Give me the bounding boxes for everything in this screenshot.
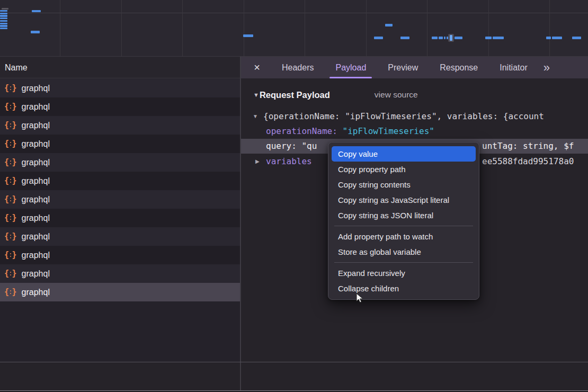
more-tabs-icon[interactable]: » — [544, 61, 548, 75]
view-source-link[interactable]: view source — [375, 90, 418, 100]
overview-gridline — [488, 0, 489, 56]
menu-item-copy-value[interactable]: Copy value — [332, 146, 476, 162]
network-overview-timeline[interactable] — [0, 0, 588, 57]
tab-initiator[interactable]: Initiator — [491, 57, 536, 78]
query-text-left: query: "qu — [266, 139, 317, 154]
request-name: graphql — [22, 84, 50, 93]
request-row[interactable]: {}graphql — [0, 97, 240, 116]
menu-item-copy-property-path[interactable]: Copy property path — [332, 162, 476, 177]
menu-item-copy-string-contents[interactable]: Copy string contents — [332, 177, 476, 192]
close-icon[interactable]: × — [250, 61, 264, 74]
context-menu: Copy valueCopy property pathCopy string … — [328, 142, 479, 300]
request-payload-section-header: ▼ Request Payload view source — [241, 87, 418, 103]
network-activity-bar — [552, 37, 562, 39]
request-row[interactable]: {}graphql — [0, 153, 240, 172]
request-name: graphql — [22, 251, 50, 260]
network-activity-bar — [0, 20, 7, 22]
network-activity-bar — [0, 13, 7, 14]
network-activity-bar — [0, 17, 7, 19]
network-activity-bar — [455, 37, 462, 39]
menu-item-add-property-path-to-watch[interactable]: Add property path to watch — [332, 229, 476, 244]
overview-gridline — [305, 0, 305, 56]
devtools-network-panel: Name {}graphql{}graphql{}graphql{}graphq… — [0, 0, 588, 392]
network-activity-bar — [450, 35, 452, 41]
operation-name-row[interactable]: operationName: "ipFlowTimeseries" — [241, 124, 588, 138]
request-row[interactable]: {}graphql — [0, 283, 240, 301]
name-column-label: Name — [5, 63, 28, 72]
overview-gridline — [182, 0, 183, 56]
request-name: graphql — [22, 102, 50, 112]
request-row[interactable]: {}graphql — [0, 209, 240, 227]
request-row[interactable]: {}graphql — [0, 79, 240, 97]
network-activity-bar — [31, 31, 40, 33]
menu-item-collapse-children[interactable]: Collapse children — [332, 281, 476, 296]
request-name: graphql — [22, 232, 50, 242]
json-icon: {} — [4, 84, 17, 92]
menu-item-copy-string-as-json-literal[interactable]: Copy string as JSON literal — [332, 208, 476, 223]
network-activity-bar — [432, 37, 438, 39]
json-icon: {} — [4, 233, 17, 240]
network-activity-bar — [572, 37, 581, 39]
menu-separator — [334, 226, 473, 226]
request-row[interactable]: {}graphql — [0, 264, 240, 283]
property-key: operationName: — [266, 126, 337, 136]
menu-item-copy-string-as-javascript-literal[interactable]: Copy string as JavaScript literal — [332, 192, 476, 208]
network-activity-bar — [0, 28, 7, 29]
overview-gridline — [244, 0, 244, 56]
tab-payload[interactable]: Payload — [327, 57, 375, 78]
tab-response[interactable]: Response — [431, 57, 486, 78]
network-activity-bar — [439, 37, 443, 39]
network-activity-bar — [2, 8, 8, 10]
network-activity-bar — [546, 37, 551, 39]
payload-preview-text: {operationName: "ipFlowTimeseries", vari… — [263, 109, 544, 123]
expand-triangle-icon[interactable]: ▶ — [255, 154, 260, 168]
json-icon: {} — [4, 103, 17, 111]
network-activity-bar — [444, 37, 446, 39]
request-name: graphql — [22, 176, 50, 186]
request-name: graphql — [22, 158, 50, 167]
overview-gridline — [60, 0, 60, 56]
mouse-cursor — [356, 293, 364, 304]
request-name: graphql — [22, 139, 50, 149]
name-column-header[interactable]: Name — [0, 57, 240, 78]
request-name: graphql — [22, 213, 50, 223]
menu-item-expand-recursively[interactable]: Expand recursively — [332, 265, 476, 281]
network-activity-bar — [0, 25, 7, 26]
query-text-right: untTag: string, $f — [482, 139, 574, 154]
overview-gridline — [366, 0, 367, 56]
json-icon: {} — [4, 214, 17, 222]
request-table: Name {}graphql{}graphql{}graphql{}graphq… — [0, 57, 240, 362]
network-activity-bar — [0, 15, 7, 16]
json-icon: {} — [4, 251, 17, 259]
request-name: graphql — [22, 269, 50, 279]
json-icon: {} — [4, 177, 17, 185]
payload-root-row[interactable]: ▼ {operationName: "ipFlowTimeseries", va… — [241, 109, 588, 123]
request-name: graphql — [22, 195, 50, 204]
expand-triangle-icon[interactable]: ▼ — [253, 109, 258, 123]
tab-preview[interactable]: Preview — [379, 57, 426, 78]
request-payload-title: Request Payload — [260, 90, 330, 100]
menu-separator — [334, 262, 473, 263]
section-collapse-icon[interactable]: ▼ — [253, 92, 259, 98]
menu-item-store-as-global-variable[interactable]: Store as global variable — [332, 244, 476, 260]
request-row[interactable]: {}graphql — [0, 190, 240, 209]
network-activity-bar — [400, 37, 409, 39]
request-row[interactable]: {}graphql — [0, 246, 240, 264]
network-activity-bar — [0, 23, 7, 24]
network-activity-bar — [243, 34, 253, 37]
network-activity-bar — [32, 10, 41, 12]
request-list: {}graphql{}graphql{}graphql{}graphql{}gr… — [0, 79, 240, 362]
json-icon: {} — [4, 158, 17, 166]
tab-headers[interactable]: Headers — [273, 57, 322, 78]
network-activity-bar — [485, 37, 492, 39]
network-activity-bar — [374, 37, 383, 39]
summary-footer — [0, 362, 588, 390]
json-icon: {} — [4, 288, 17, 296]
request-row[interactable]: {}graphql — [0, 227, 240, 246]
request-row[interactable]: {}graphql — [0, 116, 240, 135]
network-activity-bar — [493, 37, 504, 39]
json-icon: {} — [4, 270, 17, 278]
json-icon: {} — [4, 121, 17, 129]
request-row[interactable]: {}graphql — [0, 172, 240, 190]
request-row[interactable]: {}graphql — [0, 135, 240, 153]
